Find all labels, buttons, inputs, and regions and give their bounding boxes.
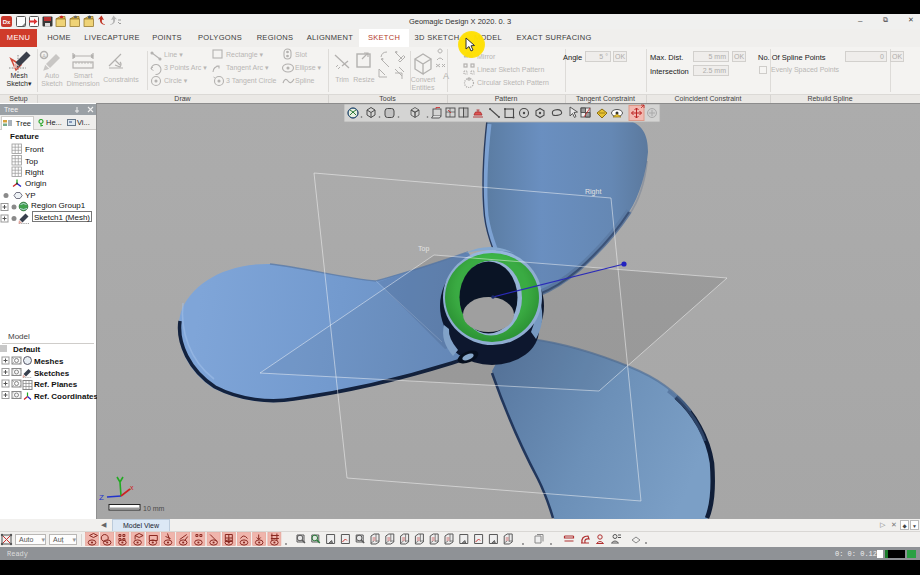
svg-text:A: A xyxy=(443,71,449,81)
svg-text:10 mm: 10 mm xyxy=(143,505,165,512)
svg-text:Right: Right xyxy=(585,188,601,196)
svg-text:Top: Top xyxy=(418,245,429,253)
svg-text:x: x xyxy=(130,484,134,491)
svg-text:A: A xyxy=(42,53,46,59)
svg-text:Z: Z xyxy=(99,493,104,502)
